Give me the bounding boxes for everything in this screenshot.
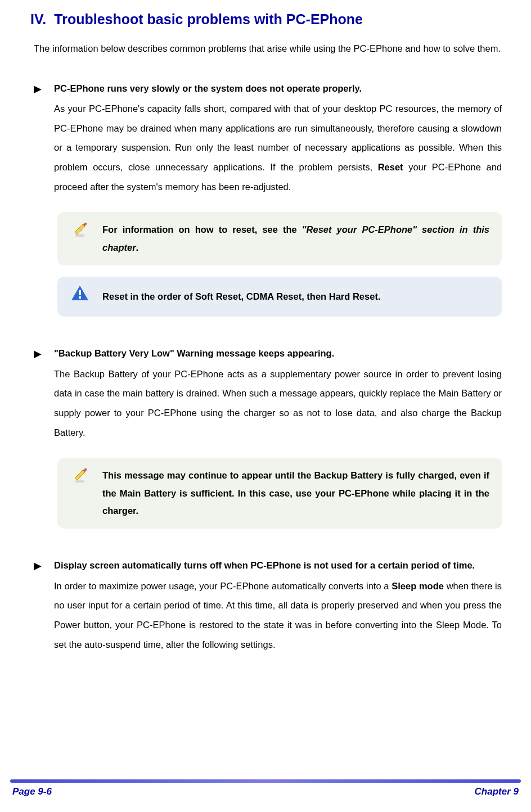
bullet-icon: ▶	[34, 558, 42, 654]
pin-icon	[70, 466, 90, 485]
note-text: For information on how to reset, see the	[102, 224, 302, 234]
para-text: In order to maximize power usage, your P…	[54, 581, 392, 591]
item-paragraph: In order to maximize power usage, your P…	[54, 576, 502, 655]
svg-point-5	[84, 468, 87, 471]
svg-point-1	[84, 223, 87, 225]
item-body: "Backup Battery Very Low" Warning messag…	[54, 346, 502, 442]
item-paragraph: The Backup Battery of your PC-EPhone act…	[54, 364, 502, 443]
footer-divider	[10, 779, 521, 783]
section-heading: IV. Troubleshoot basic problems with PC-…	[30, 11, 502, 28]
callout-text: For information on how to reset, see the…	[102, 220, 489, 258]
svg-point-4	[75, 480, 85, 483]
item-body: PC-EPhone runs very slowly or the system…	[54, 81, 502, 197]
svg-rect-3	[79, 296, 81, 299]
item-title: Display screen automatically turns off w…	[54, 558, 502, 572]
para-bold: Reset	[378, 162, 403, 172]
chapter-label: Chapter 9	[475, 786, 519, 797]
troubleshoot-item: ▶ PC-EPhone runs very slowly or the syst…	[34, 81, 502, 197]
svg-point-0	[75, 234, 85, 237]
section-title: Troubleshoot basic problems with PC-EPho…	[54, 11, 363, 28]
page-number: Page 9-6	[12, 786, 52, 797]
svg-rect-2	[79, 290, 81, 295]
warning-callout: Reset in the order of Soft Reset, CDMA R…	[57, 277, 502, 317]
bullet-icon: ▶	[34, 346, 42, 442]
section-number: IV.	[30, 11, 46, 28]
callout-text: Reset in the order of Soft Reset, CDMA R…	[102, 285, 489, 309]
bullet-icon: ▶	[34, 81, 42, 197]
info-callout: This message may continue to appear unti…	[57, 458, 502, 529]
pin-icon	[70, 220, 90, 239]
item-title: PC-EPhone runs very slowly or the system…	[54, 81, 502, 96]
item-body: Display screen automatically turns off w…	[54, 558, 502, 654]
para-bold: Sleep mode	[392, 581, 444, 591]
item-title: "Backup Battery Very Low" Warning messag…	[54, 346, 502, 360]
info-callout: For information on how to reset, see the…	[57, 212, 502, 265]
intro-paragraph: The information below describes common p…	[34, 39, 502, 58]
note-text: .	[136, 242, 139, 252]
troubleshoot-item: ▶ Display screen automatically turns off…	[34, 558, 502, 654]
troubleshoot-item: ▶ "Backup Battery Very Low" Warning mess…	[34, 346, 502, 442]
warning-icon	[70, 285, 90, 301]
callout-text: This message may continue to appear unti…	[102, 466, 489, 521]
page-footer: Page 9-6 Chapter 9	[0, 779, 531, 797]
item-paragraph: As your PC-EPhone's capacity falls short…	[54, 99, 502, 196]
